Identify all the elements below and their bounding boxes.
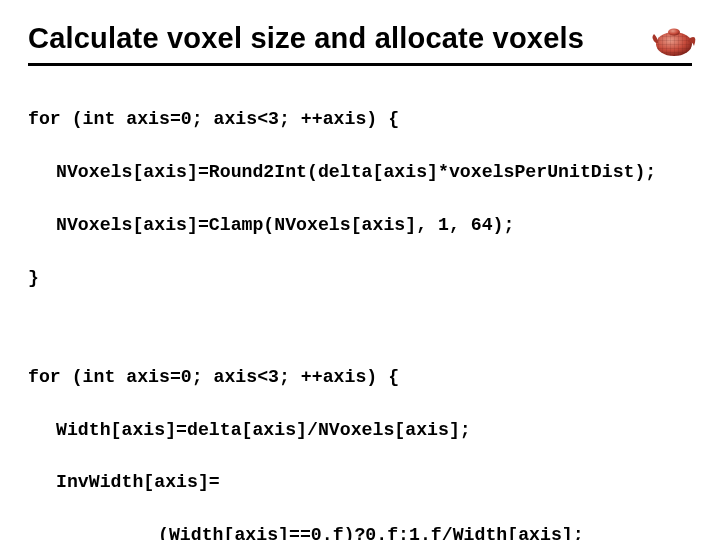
code-line: Width[axis]=delta[axis]/NVoxels[axis]; xyxy=(28,417,692,443)
code-block: for (int axis=0; axis<3; ++axis) { NVoxe… xyxy=(28,80,692,540)
code-line: (Width[axis]==0.f)?0.f:1.f/Width[axis]; xyxy=(28,522,692,540)
code-gap xyxy=(28,318,692,338)
code-line: InvWidth[axis]= xyxy=(28,469,692,495)
title-underline xyxy=(28,63,692,66)
code-line: } xyxy=(28,265,692,291)
svg-point-1 xyxy=(656,32,692,56)
slide: Calculate voxel size and allocate voxels xyxy=(0,0,720,540)
teapot-logo-icon xyxy=(650,16,698,64)
svg-point-2 xyxy=(668,29,680,36)
code-line: for (int axis=0; axis<3; ++axis) { xyxy=(28,106,692,132)
slide-header: Calculate voxel size and allocate voxels xyxy=(28,22,692,66)
code-line: for (int axis=0; axis<3; ++axis) { xyxy=(28,364,692,390)
code-line: NVoxels[axis]=Round2Int(delta[axis]*voxe… xyxy=(28,159,692,185)
code-line: NVoxels[axis]=Clamp(NVoxels[axis], 1, 64… xyxy=(28,212,692,238)
slide-title: Calculate voxel size and allocate voxels xyxy=(28,22,692,63)
